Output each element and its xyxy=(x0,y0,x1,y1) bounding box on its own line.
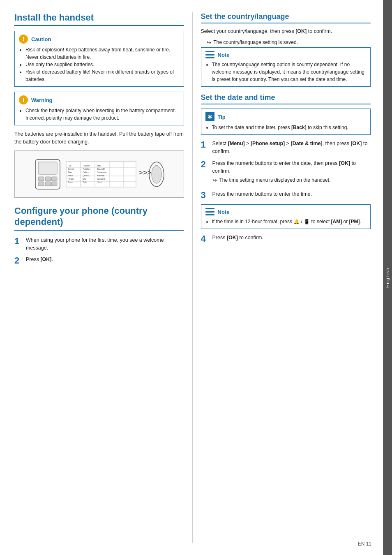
svg-text:Puxar: Puxar xyxy=(68,181,73,183)
tip-list: To set the date and time later, press [B… xyxy=(205,124,367,131)
warning-list: Check the battery polarity when insertin… xyxy=(19,107,180,122)
svg-text:Tirer: Tirer xyxy=(68,171,72,173)
side-tab: English xyxy=(383,0,392,555)
svg-point-36 xyxy=(152,165,161,183)
page-container: English Install the handset ! Caution Ri… xyxy=(0,0,392,555)
arrow-note-text: The country/language setting is saved. xyxy=(214,39,298,45)
list-item: Use only the supplied batteries. xyxy=(25,61,180,68)
tip-icon: ✱ xyxy=(205,112,214,121)
step-number: 2 xyxy=(201,160,212,169)
list-item: Risk of decreased battery life! Never mi… xyxy=(25,68,180,83)
step-content: When using your phone for the first time… xyxy=(26,236,184,252)
tip-header: ✱ Tip xyxy=(205,112,367,121)
configure-step-2: 2 Press [OK]. xyxy=(14,256,184,266)
step-content: Select [Menu] > [Phone setup] > [Date & … xyxy=(212,140,371,155)
note-header: Note xyxy=(205,208,367,215)
date-time-section: Set the date and time ✱ Tip To set the d… xyxy=(201,93,371,244)
caution-title: Caution xyxy=(31,36,51,42)
svg-text:Húzm: Húzm xyxy=(97,181,102,183)
country-language-body: Select your country/language, then press… xyxy=(201,28,371,35)
arrow-symbol: ↪ xyxy=(207,39,211,46)
svg-text:TpoллМ: TpoллМ xyxy=(97,168,105,170)
svg-text:Выньните: Выньните xyxy=(97,171,106,173)
svg-rect-3 xyxy=(45,177,51,181)
list-item: To set the date and time later, press [B… xyxy=(212,124,367,131)
svg-text:Çekiniz: Çekiniz xyxy=(83,174,90,177)
svg-text:Xumerts: Xumerts xyxy=(97,174,105,177)
step-number: 2 xyxy=(14,256,26,266)
svg-text:Pull: Pull xyxy=(68,164,71,167)
left-column: Install the handset ! Caution Risk of ex… xyxy=(14,12,193,543)
warning-icon: ! xyxy=(19,95,28,104)
country-language-arrow-note: ↪ The country/language setting is saved. xyxy=(201,39,371,46)
svg-rect-4 xyxy=(51,177,57,181)
caution-icon: ! xyxy=(19,35,28,44)
svg-text:Wyjągnij: Wyjągnij xyxy=(97,178,105,180)
arrow-symbol: ↪ xyxy=(212,176,217,185)
step-number: 1 xyxy=(14,236,26,246)
tip-title: Tip xyxy=(218,114,226,120)
warning-header: ! Warning xyxy=(19,95,180,104)
configure-step-1: 1 When using your phone for the first ti… xyxy=(14,236,184,252)
svg-rect-7 xyxy=(51,182,57,186)
step2-arrow-note: ↪ The time setting menu is displayed on … xyxy=(212,176,371,185)
svg-text:Trek: Trek xyxy=(97,164,101,167)
caution-header: ! Caution xyxy=(19,35,180,44)
svg-text:Ziehen: Ziehen xyxy=(68,168,74,170)
date-time-title: Set the date and time xyxy=(201,93,371,104)
svg-text:Tirare: Tirare xyxy=(68,174,73,177)
step-number: 3 xyxy=(201,190,212,200)
svg-rect-5 xyxy=(38,182,44,186)
warning-box: ! Warning Check the battery polarity whe… xyxy=(14,92,184,125)
caution-box: ! Caution Risk of explosion! Keep batter… xyxy=(14,31,184,87)
datetime-step-4: 4 Press [OK] to confirm. xyxy=(201,234,371,244)
country-note-box: Note The country/language setting option… xyxy=(201,47,371,87)
handset-image: Pull Ziehen Tirer Tirare Retirar Puxar T… xyxy=(14,150,184,198)
list-item: The country/language setting option is c… xyxy=(212,61,367,83)
svg-rect-6 xyxy=(45,182,51,186)
side-tab-label: English xyxy=(385,267,390,288)
step-content: Press the numeric buttons to enter the d… xyxy=(212,160,371,186)
svg-rect-2 xyxy=(38,177,44,181)
datetime-step-2: 2 Press the numeric buttons to enter the… xyxy=(201,160,371,186)
svg-text:Tpekken: Tpekken xyxy=(83,168,90,170)
list-item: Risk of explosion! Keep batteries away f… xyxy=(25,46,180,61)
right-column: Set the country/language Select your cou… xyxy=(193,12,371,543)
note-title: Note xyxy=(218,52,230,58)
note-title: Note xyxy=(218,209,230,215)
step-content: Press [OK]. xyxy=(26,256,184,264)
list-item: If the time is in 12-hour format, press … xyxy=(212,218,367,225)
handset-diagram-svg: Pull Ziehen Tirer Tirare Retirar Puxar T… xyxy=(33,155,165,192)
list-item: Check the battery polarity when insertin… xyxy=(25,107,180,122)
tip-box: ✱ Tip To set the date and time later, pr… xyxy=(201,109,371,135)
step-number: 4 xyxy=(201,234,212,244)
install-section: Install the handset ! Caution Risk of ex… xyxy=(14,12,184,198)
country-language-title: Set the country/language xyxy=(201,12,371,23)
svg-text:Trek: Trek xyxy=(83,181,87,183)
datetime-step-3: 3 Press the numeric buttons to enter the… xyxy=(201,190,371,200)
caution-list: Risk of explosion! Keep batteries away f… xyxy=(19,46,180,83)
svg-text:Retirar: Retirar xyxy=(68,178,74,180)
page-number: EN 11 xyxy=(358,541,371,547)
install-title: Install the handset xyxy=(14,12,184,26)
note-icon xyxy=(205,208,214,215)
svg-text:Çekiniz: Çekiniz xyxy=(83,171,90,173)
svg-text:Trekken: Trekken xyxy=(83,164,90,167)
note-list: The country/language setting option is c… xyxy=(205,61,367,83)
step-content: Press [OK] to confirm. xyxy=(212,234,371,242)
svg-text:Dra: Dra xyxy=(83,178,86,180)
step-number: 1 xyxy=(201,140,212,150)
time-format-note-box: Note If the time is in 12-hour format, p… xyxy=(201,204,371,229)
content-area: Install the handset ! Caution Risk of ex… xyxy=(0,0,383,555)
step2-note-text: The time setting menu is displayed on th… xyxy=(219,176,331,184)
svg-rect-1 xyxy=(38,162,57,174)
country-language-section: Set the country/language Select your cou… xyxy=(201,12,371,87)
configure-title: Configure your phone (country dependent) xyxy=(14,205,184,231)
note-header: Note xyxy=(205,51,367,58)
warning-title: Warning xyxy=(31,97,53,103)
install-body-text: The batteries are pre-installed in the h… xyxy=(14,130,184,146)
step-content: Press the numeric buttons to enter the t… xyxy=(212,190,371,198)
datetime-step-1: 1 Select [Menu] > [Phone setup] > [Date … xyxy=(201,140,371,155)
note-list: If the time is in 12-hour format, press … xyxy=(205,218,367,225)
configure-section: Configure your phone (country dependent)… xyxy=(14,205,184,266)
